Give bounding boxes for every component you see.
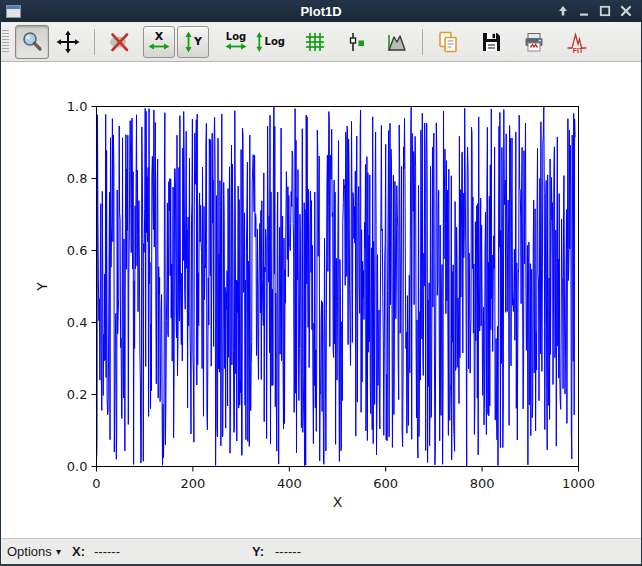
y-tick-label: 0.8 (67, 171, 88, 186)
x-log-button[interactable]: Log (220, 26, 252, 58)
pan-arrows-icon (56, 30, 80, 54)
data-curve (97, 107, 576, 467)
plot-canvas[interactable]: 020040060080010000.00.20.40.60.81.0XY (0, 62, 642, 538)
print-button[interactable] (518, 26, 550, 58)
y-tick-label: 1.0 (67, 99, 88, 114)
maximize-icon (599, 5, 611, 17)
x-autoscale-button[interactable]: X (143, 26, 175, 58)
grid-icon (303, 30, 327, 54)
fit-icon: FIT (565, 30, 589, 54)
y-tick-label: 0.0 (67, 459, 88, 474)
toolbar-separator (94, 29, 95, 55)
fit-label: FIT (573, 46, 584, 53)
statusbar: Options ▾ X: ------ Y: ------ (0, 538, 642, 566)
x-autoscale-label: X (155, 32, 163, 42)
zoom-mode-button[interactable] (15, 25, 49, 59)
plot-area: 020040060080010000.00.20.40.60.81.0XY (0, 62, 642, 538)
markers-toggle-button[interactable] (340, 26, 372, 58)
save-button[interactable] (475, 26, 507, 58)
y-log-button[interactable]: Log (254, 26, 286, 58)
markers-icon (344, 30, 368, 54)
peaks-search-button[interactable] (381, 26, 413, 58)
window-title: Plot1D (0, 4, 642, 19)
magnifier-icon (20, 30, 44, 54)
minimize-button[interactable] (576, 3, 592, 19)
app-window: Plot1D (0, 0, 642, 566)
save-icon (479, 30, 503, 54)
print-icon (522, 30, 546, 54)
x-tick-label: 1000 (562, 476, 595, 491)
clipboard-icon (436, 30, 460, 54)
y-tick-label: 0.4 (67, 315, 88, 330)
close-icon (620, 5, 632, 17)
cursor-y-value: ------ (275, 539, 301, 565)
x-tick-label: 0 (92, 476, 100, 491)
fit-button[interactable]: FIT (561, 26, 593, 58)
y-autoscale-label: Y (194, 37, 202, 47)
window-controls (555, 3, 634, 19)
caret-down-icon: ▾ (56, 539, 61, 565)
pan-mode-button[interactable] (51, 25, 85, 59)
arrow-up-icon (557, 5, 569, 17)
y-axis-label: Y (34, 282, 50, 292)
y-tick-label: 0.6 (67, 243, 88, 258)
x-tick-label: 400 (277, 476, 302, 491)
x-axis-label: X (333, 494, 343, 510)
toolbar-handle[interactable] (2, 30, 9, 54)
maximize-button[interactable] (597, 3, 613, 19)
toolbar: X Y Log Log (0, 22, 642, 62)
y-autoscale-icon (184, 31, 193, 53)
reset-zoom-icon (108, 30, 132, 54)
copy-to-clipboard-button[interactable] (432, 26, 464, 58)
minimize-icon (578, 5, 590, 17)
x-tick-label: 200 (180, 476, 205, 491)
y-log-label: Log (265, 37, 285, 47)
grid-toggle-button[interactable] (299, 26, 331, 58)
toolbar-separator (422, 29, 423, 55)
window-menu-icon[interactable] (6, 5, 21, 18)
reset-zoom-button[interactable] (104, 26, 136, 58)
cursor-x-value: ------ (94, 539, 120, 565)
y-autoscale-button[interactable]: Y (177, 26, 209, 58)
x-tick-label: 800 (470, 476, 495, 491)
cursor-x-label: X: (72, 539, 85, 565)
y-tick-label: 0.2 (67, 387, 88, 402)
close-button[interactable] (618, 3, 634, 19)
x-log-icon (225, 42, 247, 51)
x-autoscale-icon (148, 42, 170, 51)
x-log-label: Log (226, 32, 246, 42)
y-log-icon (255, 31, 264, 53)
titlebar[interactable]: Plot1D (0, 0, 642, 22)
cursor-y-label: Y: (252, 539, 264, 565)
peaks-icon (385, 30, 409, 54)
shade-button[interactable] (555, 3, 571, 19)
x-tick-label: 600 (373, 476, 398, 491)
options-menu-button[interactable]: Options (7, 539, 52, 565)
